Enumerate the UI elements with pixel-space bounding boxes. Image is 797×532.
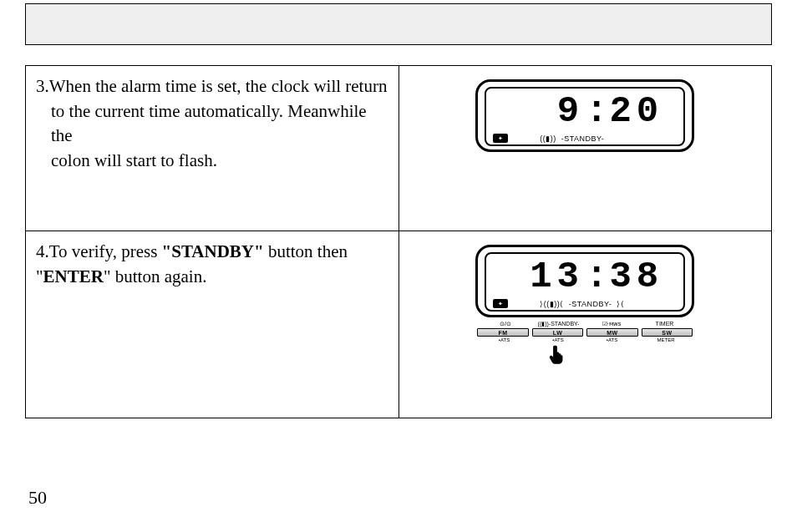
lcd-time: 13:38: [491, 257, 678, 296]
top-label: ⊙/⊙: [479, 321, 532, 327]
button-bar: ⊙/⊙ ((▮))-STANDBY- ☑·ᴍᴡs TIMER FM LW MW …: [475, 319, 694, 342]
hours: 9: [557, 90, 584, 132]
sw-button[interactable]: SW: [642, 328, 693, 337]
sub-label: •ATS: [586, 337, 637, 342]
text: To verify, press: [49, 241, 162, 261]
step-line: When the alarm time is set, the clock wi…: [49, 76, 388, 96]
minutes: 38: [609, 256, 663, 297]
text: button again.: [111, 266, 207, 286]
top-label: TIMER: [638, 321, 692, 327]
text: button then: [264, 241, 348, 261]
quote: ": [36, 266, 43, 286]
colon: :: [584, 90, 609, 132]
step-3-text: 3.When the alarm time is set, the clock …: [36, 74, 388, 172]
step-line: colon will start to flash.: [51, 149, 388, 172]
fm-button[interactable]: FM: [477, 328, 529, 337]
sub-label: •ATS: [533, 337, 584, 342]
mw-button[interactable]: MW: [586, 328, 638, 337]
top-label: ((▮))-STANDBY-: [532, 321, 586, 327]
top-label: ☑·ᴍᴡs: [585, 321, 638, 327]
instruction-table: 3.When the alarm time is set, the clock …: [25, 65, 772, 418]
standby-label: -STANDBY-: [561, 134, 605, 143]
pointing-hand-icon: [547, 344, 566, 371]
lcd-device-2: 13:38 ✦ ⟩((▮))⟨ -STANDBY- ⟩⟨ ⊙/⊙: [475, 245, 694, 371]
standby-label: -STANDBY-: [569, 300, 612, 308]
page-number: 50: [28, 487, 47, 509]
step-line: to the current time automatically. Meanw…: [51, 99, 388, 147]
quote: ": [162, 241, 172, 261]
lcd-device-1: 9:20 ✦ ((▮)) -STANDBY-: [475, 79, 694, 152]
alarm-icon: ✦: [493, 134, 508, 143]
lcd-status-row: ✦ ((▮)) -STANDBY-: [491, 132, 678, 143]
standby-word: STANDBY: [171, 241, 254, 261]
quote: ": [104, 266, 111, 286]
signal-icon: ⟩⟨: [617, 300, 624, 308]
lcd-status-row: ✦ ⟩((▮))⟨ -STANDBY- ⟩⟨: [491, 297, 678, 308]
step-number: 3.: [36, 76, 49, 96]
alarm-icon: ✦: [493, 299, 508, 308]
signal-icon: ((▮)): [540, 134, 556, 143]
quote: ": [254, 241, 264, 261]
lw-button[interactable]: LW: [532, 328, 584, 337]
colon: :: [584, 256, 609, 297]
signal-icon: ⟩((▮))⟨: [540, 300, 564, 308]
lcd-time: 9:20: [491, 92, 678, 130]
step-number: 4.: [36, 241, 49, 261]
sub-label: •ATS: [479, 337, 530, 342]
page-header-band: [25, 3, 772, 45]
sub-label: METER: [641, 337, 692, 342]
step-4-text: 4.To verify, press "STANDBY" button then…: [36, 240, 388, 289]
minutes: 20: [609, 90, 663, 132]
hours: 13: [530, 256, 584, 297]
enter-word: ENTER: [43, 266, 104, 286]
